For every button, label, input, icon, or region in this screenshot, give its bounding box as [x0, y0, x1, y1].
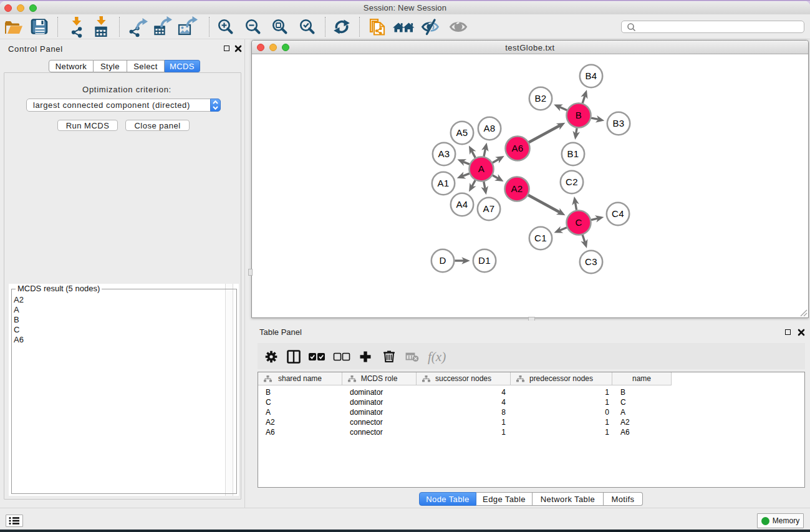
- svg-text:f(x): f(x): [428, 349, 446, 364]
- svg-text:B4: B4: [586, 70, 597, 81]
- svg-text:D: D: [439, 255, 446, 266]
- svg-text:A3: A3: [438, 148, 450, 159]
- svg-text:A1: A1: [438, 178, 450, 188]
- svg-text:A5: A5: [456, 127, 468, 138]
- svg-text:B: B: [576, 110, 582, 120]
- svg-text:B2: B2: [535, 93, 547, 104]
- svg-text:C4: C4: [612, 208, 624, 219]
- svg-text:B1: B1: [567, 148, 579, 159]
- svg-text:C2: C2: [566, 177, 578, 187]
- svg-text:A4: A4: [456, 199, 468, 210]
- svg-text:D1: D1: [478, 255, 491, 266]
- svg-text:A: A: [478, 163, 485, 174]
- svg-text:A6: A6: [512, 143, 524, 153]
- svg-text:A2: A2: [511, 183, 523, 194]
- svg-text:C1: C1: [534, 233, 547, 243]
- svg-text:B3: B3: [613, 118, 625, 128]
- svg-text:A8: A8: [484, 123, 496, 133]
- svg-text:C3: C3: [585, 256, 597, 267]
- svg-text:A7: A7: [483, 203, 495, 214]
- svg-text:C: C: [575, 217, 582, 228]
